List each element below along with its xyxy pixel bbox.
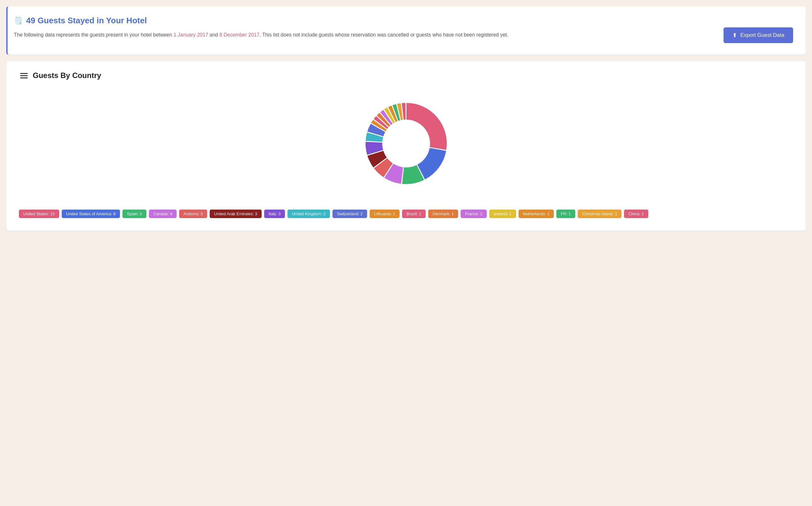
legend-badge: United States of America: 8 — [62, 209, 120, 218]
svg-rect-0 — [20, 77, 28, 78]
export-button-label: Export Guest Data — [740, 32, 784, 38]
legend-badge: Lithuania: 1 — [370, 209, 399, 218]
legend-badge: Denmark: 1 — [428, 209, 458, 218]
upload-icon: ⬆ — [732, 32, 737, 39]
legend-badge: Switzerland: 2 — [333, 209, 367, 218]
date-end: 8 December 2017 — [219, 32, 260, 37]
donut-chart — [353, 90, 460, 197]
legend-badge: United Arab Emirates: 3 — [210, 209, 262, 218]
legend-badge: Netherlands: 1 — [519, 209, 554, 218]
page-title: 49 Guests Stayed in Your Hotel — [26, 16, 147, 25]
legend-badge: United States: 15 — [19, 209, 59, 218]
desc-before: The following data represents the guests… — [14, 32, 173, 37]
export-button[interactable]: ⬆ Export Guest Data — [724, 27, 793, 43]
section-title: Guests By Country — [33, 71, 101, 80]
svg-point-3 — [382, 120, 430, 167]
guests-by-country-card: Guests By Country United States: 15Unite… — [6, 61, 806, 231]
date-start: 1 January 2017 — [173, 32, 208, 37]
legend-badge: FR: 1 — [556, 209, 575, 218]
legend-badge: Iceland: 1 — [489, 209, 516, 218]
summary-card: 🗒️ 49 Guests Stayed in Your Hotel ⬆ Expo… — [6, 6, 806, 55]
legend-badge: Spain: 5 — [123, 209, 146, 218]
legend-badge: Italy: 3 — [264, 209, 285, 218]
description-text: The following data represents the guests… — [14, 30, 793, 39]
legend-container: United States: 15United States of Americ… — [19, 206, 793, 221]
report-icon: 🗒️ — [14, 17, 22, 25]
legend-badge: Christmas Island: 1 — [578, 209, 621, 218]
svg-rect-2 — [20, 73, 28, 74]
donut-chart-container — [19, 90, 793, 197]
desc-after: . This list does not include guests whos… — [260, 32, 508, 37]
legend-badge: China: 1 — [624, 209, 648, 218]
legend-badge: United Kingdom: 2 — [287, 209, 330, 218]
svg-rect-1 — [20, 75, 28, 76]
desc-middle: and — [208, 32, 219, 37]
legend-badge: Canada: 4 — [149, 209, 177, 218]
legend-badge: Brazil: 1 — [402, 209, 426, 218]
legend-badge: Andorra: 3 — [179, 209, 207, 218]
legend-badge: France: 1 — [461, 209, 487, 218]
layers-icon — [19, 71, 29, 81]
